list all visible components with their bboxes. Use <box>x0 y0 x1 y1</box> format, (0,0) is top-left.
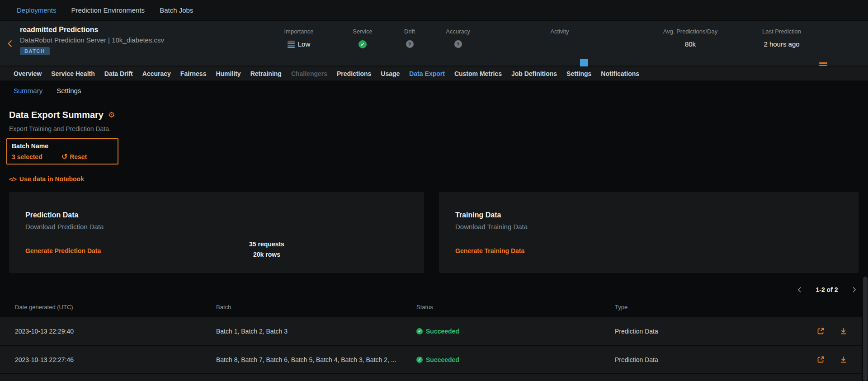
last-prediction-label: Last Prediction <box>745 28 818 35</box>
training-card-subtitle: Download Training Data <box>455 223 528 230</box>
page-description: Export Training and Prediction Data. <box>9 125 111 132</box>
training-card-title: Training Data <box>455 211 501 219</box>
subtab-summary[interactable]: Summary <box>14 87 42 94</box>
tab-data-drift[interactable]: Data Drift <box>104 70 133 77</box>
drift-question-icon: ? <box>406 40 414 48</box>
nav-prediction-environments[interactable]: Prediction Environments <box>71 6 145 14</box>
generate-prediction-data-button[interactable]: Generate Prediction Data <box>25 247 101 254</box>
table-pagination: 1-2 of 2 <box>795 285 859 294</box>
back-chevron-icon[interactable] <box>7 40 14 48</box>
batch-badge: BATCH <box>20 47 50 55</box>
nav-deployments[interactable]: Deployments <box>17 6 57 14</box>
succeeded-check-icon: ✓ <box>416 357 423 363</box>
row2-status: ✓ Succeeded <box>416 346 459 373</box>
row1-status-text: Succeeded <box>426 328 459 335</box>
prediction-card-subtitle: Download Prediction Data <box>25 223 104 230</box>
avg-predictions-label: Avg. Predictions/Day <box>650 28 731 35</box>
app-root: Deployments Prediction Environments Batc… <box>0 0 868 381</box>
data-export-subtabs: Summary Settings <box>14 87 81 94</box>
page-title-text: Data Export Summary <box>9 110 104 120</box>
tab-usage[interactable]: Usage <box>381 70 400 77</box>
pagination-range: 1-2 of 2 <box>816 286 838 293</box>
open-export-icon[interactable] <box>816 355 825 364</box>
tab-custom-metrics[interactable]: Custom Metrics <box>454 70 502 77</box>
use-data-in-notebook-link[interactable]: </> Use data in Notebook <box>9 175 84 183</box>
metric-service-label: Service <box>344 28 381 35</box>
last-prediction-value: 2 hours ago <box>745 40 818 48</box>
open-export-icon[interactable] <box>816 327 825 335</box>
succeeded-check-icon: ✓ <box>416 328 423 334</box>
metric-service: Service ✓ <box>344 21 381 66</box>
metric-avg-predictions: Avg. Predictions/Day 80k <box>650 21 731 66</box>
top-nav: Deployments Prediction Environments Batc… <box>0 0 868 20</box>
tab-challengers: Challengers <box>291 70 327 77</box>
deployment-subtitle: DataRobot Prediction Server | 10k_diabet… <box>20 36 164 44</box>
filter-reset-button[interactable]: ↺ Reset <box>61 153 87 160</box>
tab-settings[interactable]: Settings <box>566 70 591 77</box>
table-row-partial <box>0 374 862 381</box>
metric-accuracy-label: Accuracy <box>435 28 481 35</box>
row2-type: Prediction Data <box>615 346 658 373</box>
metric-importance-label: Importance <box>272 28 326 35</box>
tab-data-export[interactable]: Data Export <box>409 70 445 77</box>
avg-predictions-value: 80k <box>650 40 731 48</box>
activity-label: Activity <box>528 28 591 35</box>
row1-date: 2023-10-13 22:29:40 <box>15 317 74 345</box>
deployment-name: readmitted Predictions <box>20 26 164 34</box>
row2-batch: Batch 8, Batch 7, Batch 6, Batch 5, Batc… <box>216 346 396 373</box>
tab-job-definitions[interactable]: Job Definitions <box>511 70 557 77</box>
download-export-icon[interactable] <box>839 355 848 364</box>
accuracy-question-icon: ? <box>454 40 462 48</box>
subtab-settings[interactable]: Settings <box>57 87 81 94</box>
tab-predictions[interactable]: Predictions <box>337 70 371 77</box>
table-header: Date generated (UTC) Batch Status Type <box>0 299 868 316</box>
service-check-icon: ✓ <box>359 40 367 48</box>
reset-icon: ↺ <box>61 154 67 160</box>
prediction-rows-count: 20k rows <box>203 249 330 260</box>
filter-label: Batch Name <box>12 142 113 150</box>
tab-notifications[interactable]: Notifications <box>601 70 639 77</box>
importance-bars-icon <box>288 41 295 48</box>
pagination-next-icon[interactable] <box>850 285 859 294</box>
col-header-date: Date generated (UTC) <box>15 304 73 310</box>
tab-humility[interactable]: Humility <box>216 70 241 77</box>
tab-overview[interactable]: Overview <box>14 70 42 77</box>
row1-status: ✓ Succeeded <box>416 317 459 345</box>
row2-status-text: Succeeded <box>426 356 459 363</box>
code-icon: </> <box>9 176 16 183</box>
row1-type: Prediction Data <box>615 317 658 345</box>
deployment-header: readmitted Predictions DataRobot Predict… <box>0 21 868 66</box>
nav-batch-jobs[interactable]: Batch Jobs <box>160 6 193 14</box>
table-row: 2023-10-13 22:27:46 Batch 8, Batch 7, Ba… <box>0 346 862 373</box>
col-header-status: Status <box>416 304 433 310</box>
prediction-card-stats: 35 requests 20k rows <box>203 239 330 260</box>
prediction-data-card: Prediction Data Download Prediction Data… <box>9 192 424 273</box>
notebook-link-label: Use data in Notebook <box>19 175 84 183</box>
generate-training-data-button[interactable]: Generate Training Data <box>455 247 524 254</box>
vertical-scrollbar[interactable] <box>863 277 868 381</box>
pagination-prev-icon[interactable] <box>795 285 804 294</box>
download-export-icon[interactable] <box>839 327 848 335</box>
tab-accuracy[interactable]: Accuracy <box>142 70 171 77</box>
gear-icon[interactable]: ⚙ <box>108 110 115 120</box>
col-header-type: Type <box>615 304 627 310</box>
prediction-requests-count: 35 requests <box>203 239 330 249</box>
metric-drift: Drift ? <box>396 21 423 66</box>
metric-last-prediction: Last Prediction 2 hours ago <box>745 21 818 66</box>
batch-name-filter[interactable]: Batch Name 3 selected ↺ Reset <box>6 138 118 165</box>
tab-retraining[interactable]: Retraining <box>250 70 282 77</box>
metric-importance: Importance Low <box>272 21 326 66</box>
metric-drift-label: Drift <box>396 28 423 35</box>
tab-fairness[interactable]: Fairness <box>180 70 207 77</box>
filter-selected-count[interactable]: 3 selected <box>12 153 42 160</box>
deployment-title-block: readmitted Predictions DataRobot Predict… <box>20 26 164 55</box>
filter-controls: 3 selected ↺ Reset <box>12 153 113 160</box>
deployment-tabbar: Overview Service Health Data Drift Accur… <box>0 66 868 81</box>
metric-importance-value: Low <box>272 40 326 48</box>
row1-batch: Batch 1, Batch 2, Batch 3 <box>216 317 288 345</box>
row2-date: 2023-10-13 22:27:46 <box>15 346 74 373</box>
reset-label: Reset <box>70 153 87 160</box>
tab-service-health[interactable]: Service Health <box>51 70 95 77</box>
table-row: 2023-10-13 22:29:40 Batch 1, Batch 2, Ba… <box>0 317 862 345</box>
importance-value-text: Low <box>298 40 311 48</box>
